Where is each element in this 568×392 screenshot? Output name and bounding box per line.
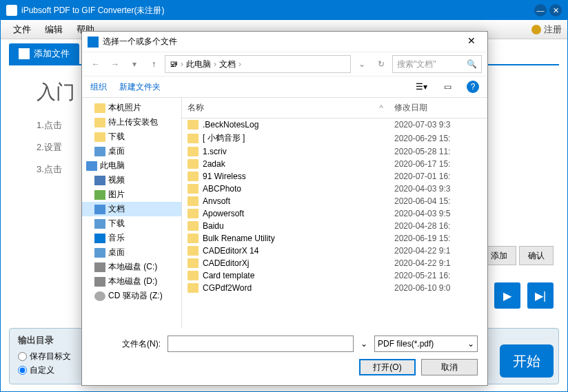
register-link[interactable]: 注册 [531, 23, 562, 36]
crumb-pc[interactable]: 此电脑 [186, 59, 211, 70]
tree-item[interactable]: 本地磁盘 (C:) [82, 260, 181, 274]
search-box[interactable]: 搜索"文档" 🔍 [392, 55, 482, 73]
nav-back-button[interactable]: ← [88, 56, 104, 72]
tree-item[interactable]: 本地磁盘 (D:) [82, 274, 181, 289]
folder-icon [187, 271, 199, 280]
next-button[interactable]: ▶| [527, 282, 554, 309]
output-opt1-label: 保存目标文 [30, 351, 71, 362]
tree-item[interactable]: 此电脑 [82, 158, 181, 173]
file-row[interactable]: 1.scriv2020-05-28 11: [182, 145, 487, 158]
folder-icon [187, 209, 199, 218]
breadcrumb-dropdown[interactable]: ⌄ [354, 56, 370, 72]
tree-item[interactable]: 桌面 [82, 245, 181, 260]
dialog-close-button[interactable]: ✕ [461, 35, 482, 49]
filename-label: 文件名(N): [92, 338, 161, 350]
tree-item[interactable]: 下载 [82, 216, 181, 231]
sep-icon: › [239, 59, 241, 69]
file-name: Anvsoft [203, 196, 230, 206]
radio-target[interactable] [18, 352, 27, 361]
nav-forward-button[interactable]: → [107, 56, 123, 72]
file-name: ABCPhoto [203, 184, 241, 194]
tree-item[interactable]: 视频 [82, 173, 181, 187]
file-row[interactable]: .BeckNotesLog2020-07-03 9:3 [182, 118, 487, 131]
file-row[interactable]: Card template2020-05-21 16: [182, 269, 487, 282]
tree-item[interactable]: 文档 [82, 202, 181, 216]
folder-icon [187, 147, 199, 156]
col-date-header[interactable]: 修改日期 [389, 98, 487, 118]
new-folder-button[interactable]: 新建文件夹 [119, 81, 161, 93]
menu-file[interactable]: 文件 [6, 23, 38, 36]
file-date: 2020-06-10 9:0 [389, 282, 487, 294]
pc-icon: 🖳 [170, 59, 178, 69]
filename-dropdown[interactable]: ⌄ [361, 339, 367, 349]
crumb-docs[interactable]: 文档 [219, 59, 236, 70]
dialog-icon [88, 37, 99, 48]
dialog-footer: 文件名(N): ⌄ PDF files(*.pdf) ⌄ 打开(O) 取消 [82, 329, 487, 385]
cd-icon [94, 291, 105, 301]
file-row[interactable]: [ 小鹤音形 ]2020-06-29 15: [182, 131, 487, 145]
preview-pane-button[interactable]: ▭ [440, 80, 454, 94]
file-row[interactable]: Apowersoft2020-04-03 9:5 [182, 207, 487, 220]
open-button[interactable]: 打开(O) [359, 359, 416, 375]
menu-edit[interactable]: 编辑 [38, 23, 70, 36]
file-row[interactable]: Bulk Rename Utility2020-06-19 15: [182, 232, 487, 245]
confirm-button[interactable]: 确认 [519, 246, 554, 265]
file-row[interactable]: Baidu2020-04-28 16: [182, 220, 487, 232]
tree-item[interactable]: 桌面 [82, 144, 181, 158]
tree-item-label: 音乐 [108, 232, 125, 244]
tree-item-label: 下载 [108, 218, 125, 229]
file-name: 91 Wireless [203, 172, 246, 181]
organize-menu[interactable]: 组织 [90, 81, 107, 93]
filter-select[interactable]: PDF files(*.pdf) ⌄ [374, 336, 478, 352]
file-list[interactable]: 名称^ 修改日期 .BeckNotesLog2020-07-03 9:3[ 小鹤… [182, 98, 487, 329]
file-row[interactable]: 2adak2020-06-17 15: [182, 158, 487, 170]
file-name: Apowersoft [203, 209, 244, 218]
pc-icon [86, 161, 97, 171]
file-name: [ 小鹤音形 ] [203, 132, 245, 144]
start-button[interactable]: 开始 [500, 344, 554, 378]
nav-up-button[interactable]: ↑ [145, 56, 162, 72]
add-file-tab[interactable]: 添加文件 [9, 43, 79, 64]
file-row[interactable]: CGPdf2Word2020-06-10 9:0 [182, 282, 487, 294]
tree-item[interactable]: 待上传安装包 [82, 115, 181, 130]
file-row[interactable]: ABCPhoto2020-04-03 9:3 [182, 183, 487, 195]
folder-tree[interactable]: 本机照片待上传安装包下载桌面此电脑视频图片文档下载音乐桌面本地磁盘 (C:)本地… [82, 98, 182, 329]
help-icon[interactable]: ? [467, 81, 479, 93]
nav-recent-button[interactable]: ▾ [126, 56, 143, 72]
tree-item-label: 待上传安装包 [108, 116, 158, 128]
folder-icon [187, 221, 199, 231]
tree-item[interactable]: 图片 [82, 187, 181, 202]
tree-item-label: 桌面 [108, 145, 125, 157]
app-icon [6, 5, 17, 16]
file-row[interactable]: CADEditorXj2020-04-22 9:1 [182, 257, 487, 269]
file-row[interactable]: CADEditorX 142020-04-22 9:1 [182, 245, 487, 257]
file-date: 2020-07-03 9:3 [389, 118, 487, 131]
app-title: iPubsoft PDF to GIF Converter(未注册) [21, 5, 164, 17]
file-date: 2020-04-22 9:1 [389, 245, 487, 257]
col-name-header[interactable]: 名称^ [182, 98, 389, 118]
add-file-label: 添加文件 [34, 48, 70, 60]
folder-icon [187, 172, 199, 181]
file-row[interactable]: 91 Wireless2020-07-01 16: [182, 170, 487, 183]
file-name: Card template [203, 271, 254, 280]
doc-icon [94, 205, 105, 214]
tree-item[interactable]: 本机照片 [82, 101, 181, 115]
breadcrumb[interactable]: 🖳 › 此电脑 › 文档 › [165, 55, 351, 73]
radio-custom[interactable] [18, 366, 27, 375]
dl-icon [94, 219, 105, 229]
minimize-button[interactable]: — [534, 4, 547, 17]
cancel-button[interactable]: 取消 [421, 359, 478, 375]
play-button[interactable]: ▶ [494, 282, 520, 309]
file-date: 2020-04-03 9:3 [389, 183, 487, 195]
tree-item[interactable]: 音乐 [82, 231, 181, 245]
tree-item[interactable]: 下载 [82, 130, 181, 144]
tree-item[interactable]: CD 驱动器 (Z:) [82, 289, 181, 303]
refresh-button[interactable]: ↻ [373, 56, 389, 72]
music-icon [94, 234, 105, 243]
file-row[interactable]: Anvsoft2020-06-04 15: [182, 195, 487, 207]
view-options-button[interactable]: ☰▾ [414, 80, 428, 94]
folder-icon [94, 103, 105, 113]
filename-input[interactable] [168, 336, 354, 352]
close-button[interactable]: ✕ [549, 4, 562, 17]
file-name: CGPdf2Word [203, 283, 252, 293]
